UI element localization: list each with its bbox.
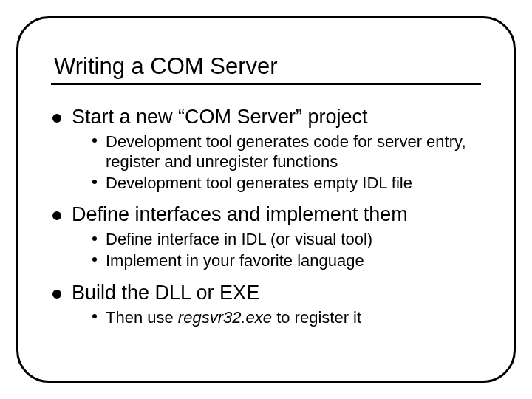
- slide-frame: Writing a COM Server Start a new “COM Se…: [16, 16, 516, 383]
- list-item: Define interface in IDL (or visual tool): [92, 230, 481, 250]
- list-item: Then use regsvr32.exe to register it: [92, 308, 481, 328]
- sub-list: Define interface in IDL (or visual tool)…: [72, 230, 481, 271]
- sub-bullet-text: Development tool generates empty IDL fil…: [106, 174, 412, 192]
- list-item: Development tool generates code for serv…: [92, 132, 481, 172]
- sub-list: Then use regsvr32.exe to register it: [72, 308, 481, 328]
- sub-bullet-text-em: regsvr32.exe: [178, 308, 272, 327]
- list-item: Development tool generates empty IDL fil…: [92, 174, 481, 194]
- list-item: Implement in your favorite language: [92, 251, 481, 271]
- list-item: Start a new “COM Server” project Develop…: [51, 106, 481, 193]
- sub-bullet-text-prefix: Then use: [106, 308, 178, 327]
- bullet-list: Start a new “COM Server” project Develop…: [51, 106, 481, 328]
- sub-bullet-text: Implement in your favorite language: [106, 251, 364, 270]
- sub-list: Development tool generates code for serv…: [72, 132, 481, 193]
- list-item: Define interfaces and implement them Def…: [51, 203, 481, 271]
- slide: Writing a COM Server Start a new “COM Se…: [0, 0, 532, 399]
- sub-bullet-text-suffix: to register it: [272, 308, 361, 327]
- list-item: Build the DLL or EXE Then use regsvr32.e…: [51, 282, 481, 328]
- bullet-text: Start a new “COM Server” project: [72, 106, 368, 128]
- title-area: Writing a COM Server: [51, 54, 481, 85]
- title-underline: [51, 83, 481, 85]
- bullet-text: Build the DLL or EXE: [72, 282, 259, 304]
- bullet-text: Define interfaces and implement them: [72, 203, 408, 225]
- sub-bullet-text: Define interface in IDL (or visual tool): [106, 230, 372, 248]
- sub-bullet-text: Development tool generates code for serv…: [106, 132, 466, 171]
- slide-title: Writing a COM Server: [54, 54, 481, 79]
